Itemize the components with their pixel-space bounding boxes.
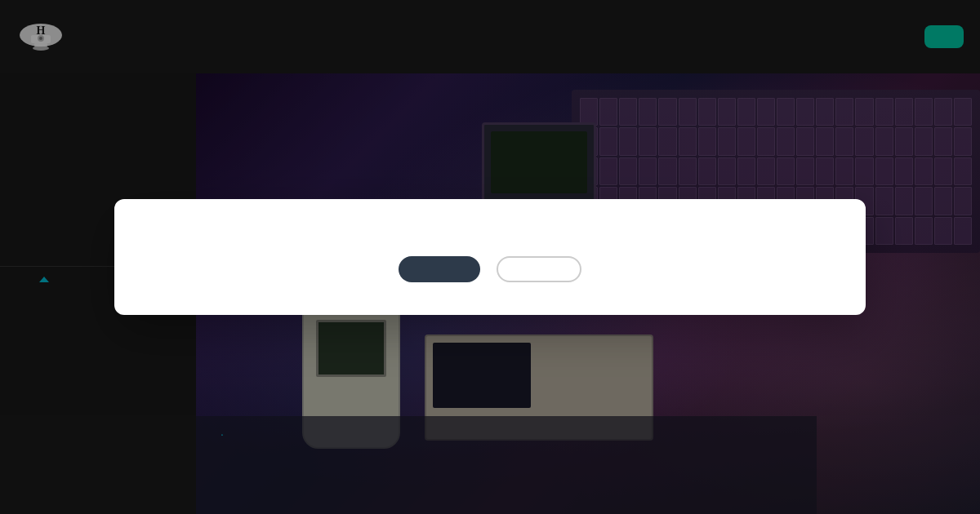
decline-button[interactable] (497, 256, 581, 282)
modal-actions (147, 256, 833, 282)
cookie-overlay (0, 0, 980, 514)
cookie-modal (114, 199, 866, 315)
accept-button[interactable] (399, 256, 480, 282)
